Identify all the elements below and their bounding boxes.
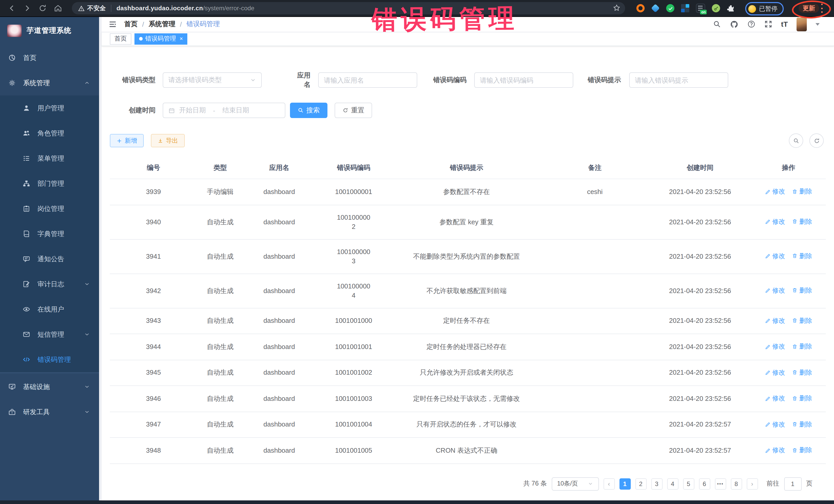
table-row[interactable]: 3944 自动生成 dashboard 1001001001 定时任务的处理器已… xyxy=(110,334,826,360)
next-page-button[interactable]: › xyxy=(746,478,758,489)
search-icon[interactable] xyxy=(713,20,721,28)
edit-link[interactable]: 修改 xyxy=(765,316,785,325)
app-logo-row[interactable]: 芋道管理系统 xyxy=(0,17,99,45)
sidebar-item-roles[interactable]: 角色管理 xyxy=(0,120,99,146)
bookmark-star-icon[interactable] xyxy=(613,4,620,12)
sidebar-item-dictionary[interactable]: 字典管理 xyxy=(0,221,99,246)
prev-page-button[interactable]: ‹ xyxy=(603,478,615,489)
export-button[interactable]: 导出 xyxy=(151,134,185,147)
page-button[interactable]: 1 xyxy=(619,478,631,489)
caret-down-icon[interactable] xyxy=(815,23,820,25)
forward-icon[interactable] xyxy=(23,4,32,13)
page-button[interactable]: 8 xyxy=(730,478,742,489)
goto-page-input[interactable] xyxy=(784,477,802,490)
breadcrumb-home[interactable]: 首页 xyxy=(124,20,137,29)
table-row[interactable]: 3939 手动编辑 dashboard 1001000001 参数配置不存在 c… xyxy=(110,179,826,205)
error-hint-input[interactable] xyxy=(629,72,728,88)
sidebar-item-infrastructure[interactable]: 基础设施 xyxy=(0,374,99,399)
delete-link[interactable]: 删除 xyxy=(792,316,812,325)
table-row[interactable]: 3945 自动生成 dashboard 1001001002 只允许修改为开启或… xyxy=(110,360,826,386)
github-icon[interactable] xyxy=(730,20,739,28)
fullscreen-icon[interactable] xyxy=(764,20,772,28)
page-button[interactable]: 3 xyxy=(651,478,662,489)
sidebar-item-system[interactable]: 系统管理 xyxy=(0,70,99,95)
page-button[interactable]: 4 xyxy=(667,478,678,489)
sidebar-item-users[interactable]: 用户管理 xyxy=(0,95,99,120)
sidebar-item-sms[interactable]: 短信管理 xyxy=(0,322,99,347)
back-icon[interactable] xyxy=(7,4,17,13)
font-size-icon[interactable]: tT xyxy=(781,20,788,28)
sidebar-item-home[interactable]: 首页 xyxy=(0,45,99,70)
page-button[interactable]: 5 xyxy=(683,478,694,489)
edit-link[interactable]: 修改 xyxy=(765,187,785,196)
tab-error-code[interactable]: 错误码管理 × xyxy=(134,33,188,44)
address-bar[interactable]: 不安全 dashboard.yudao.iocoder.cn /system/e… xyxy=(72,2,625,14)
delete-link[interactable]: 删除 xyxy=(792,217,812,226)
delete-link[interactable]: 删除 xyxy=(792,286,812,295)
reset-button[interactable]: 重置 xyxy=(335,103,372,118)
extension-gem-icon[interactable] xyxy=(651,4,660,13)
delete-link[interactable]: 删除 xyxy=(792,445,812,455)
delete-link[interactable]: 删除 xyxy=(792,251,812,261)
add-button[interactable]: 新增 xyxy=(110,134,144,147)
table-row[interactable]: 3941 自动生成 dashboard 100100000 3 不能删除类型为系… xyxy=(110,239,826,273)
sidebar-item-posts[interactable]: 岗位管理 xyxy=(0,196,99,221)
edit-link[interactable]: 修改 xyxy=(765,286,785,295)
more-pages-button[interactable]: ••• xyxy=(715,478,726,489)
refresh-table-icon[interactable] xyxy=(809,133,824,148)
browser-menu-icon[interactable] xyxy=(821,4,823,13)
delete-link[interactable]: 删除 xyxy=(792,342,812,351)
sidebar-item-notices[interactable]: 通知公告 xyxy=(0,246,99,271)
edit-link[interactable]: 修改 xyxy=(765,445,785,455)
sidebar-item-menus[interactable]: 菜单管理 xyxy=(0,146,99,171)
delete-link[interactable]: 删除 xyxy=(792,420,812,429)
extension-orange-icon[interactable] xyxy=(636,4,644,12)
edit-link[interactable]: 修改 xyxy=(765,342,785,351)
profile-paused-chip[interactable]: 已暂停 xyxy=(745,2,784,15)
col-code: 错误码编码 xyxy=(315,157,392,179)
sidebar-item-dev-tools[interactable]: 研发工具 xyxy=(0,399,99,424)
extensions-puzzle-icon[interactable] xyxy=(727,4,735,12)
edit-link[interactable]: 修改 xyxy=(765,217,785,226)
tab-home[interactable]: 首页 xyxy=(110,33,131,44)
date-range-picker[interactable]: 开始日期 - 结束日期 xyxy=(163,103,285,118)
delete-link[interactable]: 删除 xyxy=(792,187,812,196)
edit-link[interactable]: 修改 xyxy=(765,420,785,429)
page-size-select[interactable]: 10条/页 xyxy=(551,477,599,490)
update-chip[interactable]: 更新 xyxy=(798,4,819,13)
security-status[interactable]: 不安全 xyxy=(78,4,106,13)
extension-on-icon[interactable]: on xyxy=(696,4,705,13)
home-icon[interactable] xyxy=(53,4,63,13)
page-button[interactable]: 2 xyxy=(635,478,646,489)
toggle-search-icon[interactable] xyxy=(789,133,803,148)
edit-link[interactable]: 修改 xyxy=(765,394,785,403)
sidebar-item-error-code[interactable]: 错误码管理 xyxy=(0,347,99,372)
table-row[interactable]: 3942 自动生成 dashboard 100100000 4 不允许获取敏感配… xyxy=(110,273,826,308)
sidebar-item-audit-log[interactable]: 审计日志 xyxy=(0,271,99,297)
delete-link[interactable]: 删除 xyxy=(792,368,812,377)
extension-check-icon[interactable] xyxy=(666,4,674,12)
avatar[interactable] xyxy=(796,17,807,31)
close-icon[interactable]: × xyxy=(180,36,183,42)
table-row[interactable]: 3947 自动生成 dashboard 1001001004 只有开启状态的任务… xyxy=(110,412,826,438)
error-code-input[interactable] xyxy=(474,72,573,88)
breadcrumb-system[interactable]: 系统管理 xyxy=(149,20,175,29)
sidebar-item-online-users[interactable]: 在线用户 xyxy=(0,297,99,322)
table-row[interactable]: 3946 自动生成 dashboard 1001001003 定时任务已经处于该… xyxy=(110,386,826,412)
search-button[interactable]: 搜索 xyxy=(290,103,327,118)
table-row[interactable]: 3940 自动生成 dashboard 100100000 2 参数配置 key… xyxy=(110,205,826,239)
help-icon[interactable] xyxy=(747,20,755,28)
edit-link[interactable]: 修改 xyxy=(765,251,785,261)
error-type-select[interactable]: 请选择错误码类型 xyxy=(163,72,262,88)
edit-link[interactable]: 修改 xyxy=(765,368,785,377)
table-row[interactable]: 3943 自动生成 dashboard 1001001000 定时任务不存在 2… xyxy=(110,308,826,334)
hamburger-icon[interactable] xyxy=(108,20,117,28)
sidebar-item-departments[interactable]: 部门管理 xyxy=(0,171,99,196)
extension-key-icon[interactable] xyxy=(712,4,720,12)
extension-grid-icon[interactable] xyxy=(681,4,689,12)
table-row[interactable]: 3948 自动生成 dashboard 1001001005 CRON 表达式不… xyxy=(110,438,826,463)
app-name-input[interactable] xyxy=(318,72,417,88)
reload-icon[interactable] xyxy=(38,4,47,13)
page-button[interactable]: 6 xyxy=(699,478,710,489)
delete-link[interactable]: 删除 xyxy=(792,394,812,403)
